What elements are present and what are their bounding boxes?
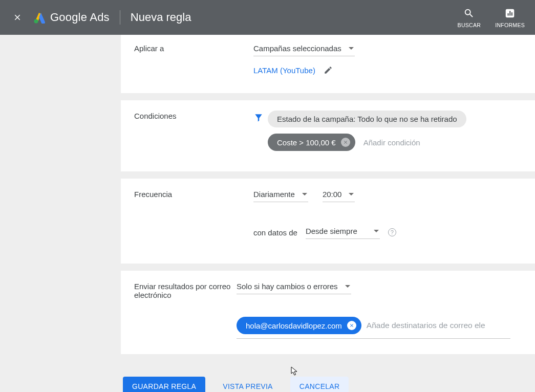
chevron-down-icon bbox=[302, 193, 307, 195]
conditions-card: Condiciones Estado de la campaña: Todo l… bbox=[121, 100, 535, 171]
condition-chip-cost-text: Coste > 100,00 € bbox=[277, 138, 336, 147]
cancel-button[interactable]: CANCELAR bbox=[290, 377, 349, 392]
email-placeholder: Añade destinatarios de correo ele bbox=[367, 321, 485, 330]
close-icon[interactable] bbox=[11, 11, 24, 24]
remove-chip-icon[interactable] bbox=[341, 138, 350, 147]
frequency-time-value: 20:00 bbox=[323, 190, 342, 199]
google-ads-logo-icon bbox=[34, 11, 46, 24]
condition-chip-cost[interactable]: Coste > 100,00 € bbox=[268, 134, 355, 151]
save-button[interactable]: GUARDAR REGLA bbox=[123, 377, 205, 392]
svg-point-0 bbox=[34, 19, 38, 24]
reports-icon bbox=[504, 8, 516, 19]
actions-bar: GUARDAR REGLA VISTA PREVIA CANCELAR bbox=[121, 361, 535, 392]
add-condition-input[interactable]: Añadir condición bbox=[361, 135, 422, 150]
app-header: Google Ads Nueva regla BUSCAR INFORMES bbox=[0, 0, 535, 35]
svg-rect-3 bbox=[509, 11, 510, 15]
search-icon bbox=[463, 8, 475, 19]
chevron-down-icon bbox=[349, 193, 354, 195]
email-recipient-chip[interactable]: hola@carlosdavidlopez.com bbox=[237, 317, 361, 334]
help-icon[interactable]: ? bbox=[388, 228, 396, 236]
google-ads-logo: Google Ads bbox=[34, 11, 110, 24]
filter-icon bbox=[253, 113, 264, 123]
search-label: BUSCAR bbox=[458, 22, 481, 28]
condition-chip-status[interactable]: Estado de la campaña: Todo lo que no se … bbox=[268, 111, 466, 127]
remove-chip-icon[interactable] bbox=[347, 321, 356, 330]
campaign-link[interactable]: LATAM (YouTube) bbox=[253, 66, 315, 75]
frequency-interval-value: Diariamente bbox=[253, 190, 295, 199]
data-from-value: Desde siempre bbox=[306, 227, 357, 235]
preview-button[interactable]: VISTA PREVIA bbox=[213, 377, 282, 392]
frequency-card: Frecuencia Diariamente 20:00 con datos d… bbox=[121, 179, 535, 264]
chevron-down-icon bbox=[345, 285, 350, 288]
svg-rect-4 bbox=[511, 12, 512, 15]
apply-to-select[interactable]: Campañas seleccionadas bbox=[253, 43, 355, 56]
product-name: Google Ads bbox=[50, 11, 110, 24]
email-recipients-input[interactable]: hola@carlosdavidlopez.com Añade destinat… bbox=[237, 317, 510, 339]
apply-to-value: Campañas seleccionadas bbox=[253, 44, 341, 53]
header-divider bbox=[120, 10, 120, 25]
frequency-label: Frecuencia bbox=[134, 189, 253, 239]
email-results-card: Enviar resultados por correo electrónico… bbox=[121, 271, 535, 354]
data-from-label: con datos de bbox=[253, 228, 297, 237]
svg-rect-2 bbox=[507, 13, 508, 16]
page-title: Nueva regla bbox=[131, 11, 191, 24]
data-from-select[interactable]: Desde siempre bbox=[306, 226, 380, 239]
chevron-down-icon bbox=[374, 230, 379, 232]
chevron-down-icon bbox=[349, 47, 354, 50]
frequency-interval-select[interactable]: Diariamente bbox=[253, 189, 308, 202]
apply-to-label: Aplicar a bbox=[134, 43, 253, 75]
condition-chip-status-text: Estado de la campaña: Todo lo que no se … bbox=[277, 115, 457, 123]
email-results-label: Enviar resultados por correo electrónico bbox=[134, 281, 237, 339]
search-button[interactable]: BUSCAR bbox=[458, 8, 481, 28]
edit-icon[interactable] bbox=[324, 66, 333, 75]
reports-button[interactable]: INFORMES bbox=[495, 8, 525, 28]
frequency-time-select[interactable]: 20:00 bbox=[323, 189, 355, 202]
apply-to-card: Aplicar a Campañas seleccionadas LATAM (… bbox=[121, 35, 535, 93]
reports-label: INFORMES bbox=[495, 22, 525, 28]
email-when-select[interactable]: Solo si hay cambios o errores bbox=[237, 281, 351, 294]
email-when-value: Solo si hay cambios o errores bbox=[237, 282, 338, 291]
conditions-label: Condiciones bbox=[134, 111, 253, 151]
email-recipient-text: hola@carlosdavidlopez.com bbox=[246, 321, 342, 330]
